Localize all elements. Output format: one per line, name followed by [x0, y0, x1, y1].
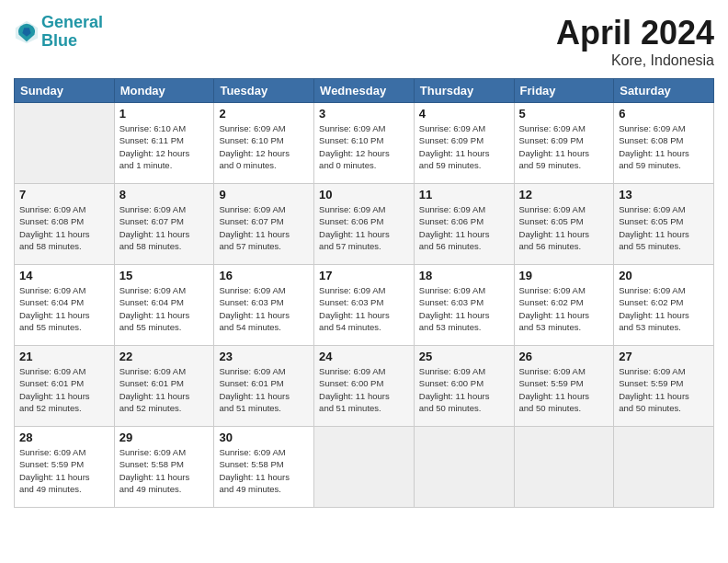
day-number: 15 [119, 269, 210, 282]
title-block: April 2024 Kore, Indonesia [556, 14, 714, 69]
calendar-cell: 16Sunrise: 6:09 AM Sunset: 6:03 PM Dayli… [214, 265, 314, 346]
day-number: 4 [419, 107, 509, 121]
day-number: 3 [319, 107, 409, 121]
calendar-cell: 9Sunrise: 6:09 AM Sunset: 6:07 PM Daylig… [214, 184, 314, 265]
day-number: 12 [519, 188, 609, 201]
day-number: 9 [219, 188, 309, 201]
calendar-cell: 21Sunrise: 6:09 AM Sunset: 6:01 PM Dayli… [15, 346, 115, 427]
day-info: Sunrise: 6:09 AM Sunset: 6:02 PM Dayligh… [619, 284, 709, 333]
day-number: 10 [319, 188, 409, 201]
day-number: 20 [619, 269, 709, 282]
calendar-cell: 8Sunrise: 6:09 AM Sunset: 6:07 PM Daylig… [114, 184, 214, 265]
day-number: 16 [219, 269, 309, 282]
calendar-cell: 4Sunrise: 6:09 AM Sunset: 6:09 PM Daylig… [414, 103, 514, 184]
calendar-week-row: 28Sunrise: 6:09 AM Sunset: 5:59 PM Dayli… [15, 427, 714, 508]
day-info: Sunrise: 6:09 AM Sunset: 5:58 PM Dayligh… [219, 446, 309, 495]
calendar-cell [314, 427, 415, 508]
calendar-cell: 12Sunrise: 6:09 AM Sunset: 6:05 PM Dayli… [514, 184, 614, 265]
day-info: Sunrise: 6:09 AM Sunset: 6:03 PM Dayligh… [219, 284, 309, 333]
day-number: 25 [419, 350, 509, 363]
calendar-cell: 7Sunrise: 6:09 AM Sunset: 6:08 PM Daylig… [15, 184, 115, 265]
day-number: 1 [119, 107, 210, 121]
calendar-cell: 23Sunrise: 6:09 AM Sunset: 6:01 PM Dayli… [214, 346, 314, 427]
day-number: 21 [19, 350, 109, 363]
calendar-cell: 29Sunrise: 6:09 AM Sunset: 5:58 PM Dayli… [114, 427, 214, 508]
day-info: Sunrise: 6:10 AM Sunset: 6:11 PM Dayligh… [119, 122, 210, 171]
day-number: 8 [119, 188, 210, 201]
day-number: 30 [219, 431, 309, 444]
day-info: Sunrise: 6:09 AM Sunset: 6:01 PM Dayligh… [219, 365, 309, 414]
day-number: 2 [219, 107, 309, 121]
page-header: General Blue April 2024 Kore, Indonesia [14, 14, 714, 69]
day-info: Sunrise: 6:09 AM Sunset: 5:59 PM Dayligh… [519, 365, 609, 414]
calendar-week-row: 21Sunrise: 6:09 AM Sunset: 6:01 PM Dayli… [15, 346, 714, 427]
day-number: 22 [119, 350, 210, 363]
calendar-week-row: 7Sunrise: 6:09 AM Sunset: 6:08 PM Daylig… [15, 184, 714, 265]
day-info: Sunrise: 6:09 AM Sunset: 5:59 PM Dayligh… [19, 446, 109, 495]
day-number: 29 [119, 431, 210, 444]
calendar-cell: 15Sunrise: 6:09 AM Sunset: 6:04 PM Dayli… [114, 265, 214, 346]
day-number: 18 [419, 269, 509, 282]
day-info: Sunrise: 6:09 AM Sunset: 6:02 PM Dayligh… [519, 284, 609, 333]
column-header-friday: Friday [514, 79, 614, 103]
calendar-cell: 22Sunrise: 6:09 AM Sunset: 6:01 PM Dayli… [114, 346, 214, 427]
day-number: 23 [219, 350, 309, 363]
day-info: Sunrise: 6:09 AM Sunset: 5:59 PM Dayligh… [619, 365, 709, 414]
day-info: Sunrise: 6:09 AM Sunset: 6:01 PM Dayligh… [119, 365, 210, 414]
calendar-cell: 6Sunrise: 6:09 AM Sunset: 6:08 PM Daylig… [614, 103, 714, 184]
day-info: Sunrise: 6:09 AM Sunset: 6:06 PM Dayligh… [419, 203, 509, 252]
column-header-monday: Monday [114, 79, 214, 103]
calendar-cell: 25Sunrise: 6:09 AM Sunset: 6:00 PM Dayli… [414, 346, 514, 427]
column-header-saturday: Saturday [614, 79, 714, 103]
logo-icon [14, 19, 40, 45]
day-info: Sunrise: 6:09 AM Sunset: 6:06 PM Dayligh… [319, 203, 409, 252]
month-title: April 2024 [556, 14, 714, 52]
calendar-cell: 11Sunrise: 6:09 AM Sunset: 6:06 PM Dayli… [414, 184, 514, 265]
calendar-cell: 27Sunrise: 6:09 AM Sunset: 5:59 PM Dayli… [614, 346, 714, 427]
day-info: Sunrise: 6:09 AM Sunset: 6:05 PM Dayligh… [519, 203, 609, 252]
calendar-cell: 5Sunrise: 6:09 AM Sunset: 6:09 PM Daylig… [514, 103, 614, 184]
day-info: Sunrise: 6:09 AM Sunset: 6:03 PM Dayligh… [419, 284, 509, 333]
day-info: Sunrise: 6:09 AM Sunset: 6:03 PM Dayligh… [319, 284, 409, 333]
column-header-wednesday: Wednesday [314, 79, 415, 103]
calendar-cell: 30Sunrise: 6:09 AM Sunset: 5:58 PM Dayli… [214, 427, 314, 508]
calendar-cell: 24Sunrise: 6:09 AM Sunset: 6:00 PM Dayli… [314, 346, 415, 427]
day-number: 24 [319, 350, 409, 363]
day-info: Sunrise: 6:09 AM Sunset: 6:10 PM Dayligh… [219, 122, 309, 171]
calendar-cell [414, 427, 514, 508]
day-info: Sunrise: 6:09 AM Sunset: 6:04 PM Dayligh… [19, 284, 109, 333]
calendar-header-row: SundayMondayTuesdayWednesdayThursdayFrid… [15, 79, 714, 103]
day-number: 19 [519, 269, 609, 282]
day-info: Sunrise: 6:09 AM Sunset: 6:00 PM Dayligh… [419, 365, 509, 414]
calendar-cell [514, 427, 614, 508]
day-info: Sunrise: 6:09 AM Sunset: 6:04 PM Dayligh… [119, 284, 210, 333]
column-header-tuesday: Tuesday [214, 79, 314, 103]
day-number: 13 [619, 188, 709, 201]
day-info: Sunrise: 6:09 AM Sunset: 6:07 PM Dayligh… [119, 203, 210, 252]
day-number: 28 [19, 431, 109, 444]
calendar-cell: 28Sunrise: 6:09 AM Sunset: 5:59 PM Dayli… [15, 427, 115, 508]
day-number: 6 [619, 107, 709, 121]
logo-text: General Blue [41, 14, 103, 51]
day-info: Sunrise: 6:09 AM Sunset: 6:08 PM Dayligh… [619, 122, 709, 171]
calendar-table: SundayMondayTuesdayWednesdayThursdayFrid… [14, 78, 714, 508]
calendar-cell: 19Sunrise: 6:09 AM Sunset: 6:02 PM Dayli… [514, 265, 614, 346]
day-number: 11 [419, 188, 509, 201]
calendar-cell: 3Sunrise: 6:09 AM Sunset: 6:10 PM Daylig… [314, 103, 415, 184]
calendar-cell: 10Sunrise: 6:09 AM Sunset: 6:06 PM Dayli… [314, 184, 415, 265]
day-info: Sunrise: 6:09 AM Sunset: 6:01 PM Dayligh… [19, 365, 109, 414]
calendar-cell: 1Sunrise: 6:10 AM Sunset: 6:11 PM Daylig… [114, 103, 214, 184]
calendar-cell [614, 427, 714, 508]
day-number: 17 [319, 269, 409, 282]
calendar-cell: 14Sunrise: 6:09 AM Sunset: 6:04 PM Dayli… [15, 265, 115, 346]
day-number: 5 [519, 107, 609, 121]
logo: General Blue [14, 14, 103, 51]
day-info: Sunrise: 6:09 AM Sunset: 6:00 PM Dayligh… [319, 365, 409, 414]
location: Kore, Indonesia [556, 52, 714, 69]
calendar-cell: 26Sunrise: 6:09 AM Sunset: 5:59 PM Dayli… [514, 346, 614, 427]
day-info: Sunrise: 6:09 AM Sunset: 6:10 PM Dayligh… [319, 122, 409, 171]
day-info: Sunrise: 6:09 AM Sunset: 6:09 PM Dayligh… [419, 122, 509, 171]
calendar-cell [15, 103, 115, 184]
day-info: Sunrise: 6:09 AM Sunset: 5:58 PM Dayligh… [119, 446, 210, 495]
calendar-cell: 2Sunrise: 6:09 AM Sunset: 6:10 PM Daylig… [214, 103, 314, 184]
